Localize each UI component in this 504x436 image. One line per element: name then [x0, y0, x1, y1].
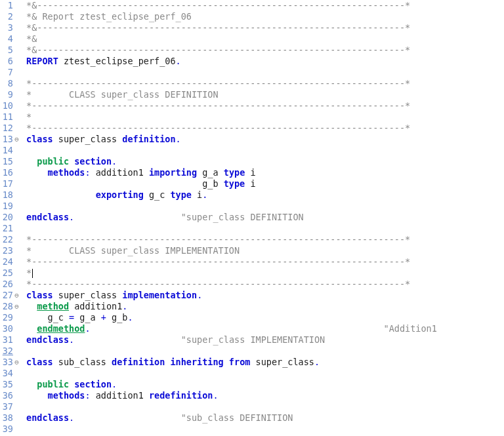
code-token: .: [176, 56, 181, 66]
line-number: 35: [0, 379, 13, 390]
code-token: * CLASS super_class DEFINITION: [26, 89, 219, 100]
code-line[interactable]: method addition1.: [22, 301, 504, 312]
code-token: "sub_class DEFINITION: [181, 412, 293, 423]
code-line[interactable]: *---------------------------------------…: [22, 234, 504, 245]
code-line[interactable]: *& Report ztest_eclipse_perf_06: [22, 11, 504, 22]
gutter-row: 9: [0, 89, 21, 100]
code-line[interactable]: public section.: [22, 156, 504, 167]
code-token: [26, 178, 202, 189]
code-token: +: [101, 312, 112, 323]
code-line[interactable]: [22, 67, 504, 78]
code-line[interactable]: *---------------------------------------…: [22, 123, 504, 134]
code-area[interactable]: *&--------------------------------------…: [22, 0, 504, 435]
gutter-row: 21: [0, 223, 21, 234]
code-token: *: [26, 111, 32, 122]
line-number: 9: [0, 89, 13, 100]
gutter-row: 13⊖: [0, 134, 21, 145]
code-token: methods: [48, 167, 85, 178]
code-token: type: [224, 167, 251, 178]
gutter-row: 3: [0, 22, 21, 33]
gutter-row: 32: [0, 346, 21, 357]
code-line[interactable]: *---------------------------------------…: [22, 78, 504, 89]
gutter-row: 4: [0, 33, 21, 45]
text-cursor: [32, 269, 33, 278]
code-line[interactable]: *&: [22, 33, 504, 45]
code-line[interactable]: g_b type i: [22, 178, 504, 189]
code-token: addition1: [96, 390, 149, 401]
code-line[interactable]: [22, 368, 504, 379]
code-line[interactable]: [22, 201, 504, 212]
fold-toggle-icon[interactable]: ⊖: [13, 359, 20, 366]
code-token: * CLASS super_class IMPLEMENTATION: [26, 245, 240, 256]
gutter-row: 7: [0, 67, 21, 78]
code-token: *&--------------------------------------…: [26, 22, 410, 33]
code-line[interactable]: endclass. "super_class DEFINITION: [22, 212, 504, 223]
code-token: super_class: [58, 290, 123, 300]
code-line[interactable]: *---------------------------------------…: [22, 279, 504, 290]
code-line[interactable]: public section.: [22, 379, 504, 390]
code-token: type: [224, 178, 251, 189]
code-line[interactable]: [22, 145, 504, 156]
code-token: "Addition1: [384, 323, 437, 334]
code-line[interactable]: *: [22, 268, 504, 279]
code-token: REPORT: [26, 56, 64, 66]
line-number: 1: [0, 0, 13, 11]
gutter-row: 27⊖: [0, 290, 21, 301]
code-token: exporting: [96, 189, 149, 200]
code-token: class: [26, 357, 58, 367]
code-line[interactable]: [22, 346, 504, 357]
code-line[interactable]: class sub_class definition inheriting fr…: [22, 357, 504, 368]
code-token: *: [26, 268, 32, 278]
code-token: .: [112, 379, 117, 389]
code-line[interactable]: [22, 424, 504, 435]
fold-toggle-icon[interactable]: ⊖: [13, 136, 20, 143]
code-line[interactable]: * CLASS super_class IMPLEMENTATION: [22, 245, 504, 256]
code-line[interactable]: *&--------------------------------------…: [22, 45, 504, 56]
gutter-row: 39: [0, 424, 21, 435]
gutter-row: 10: [0, 100, 21, 111]
code-line[interactable]: *---------------------------------------…: [22, 256, 504, 268]
code-token: [69, 301, 74, 311]
code-editor[interactable]: 12345678910111213⊖1415161718192021222324…: [0, 0, 504, 435]
code-line[interactable]: *&--------------------------------------…: [22, 22, 504, 33]
code-token: "super_class IMPLEMENTATION: [181, 334, 325, 345]
code-line[interactable]: * CLASS super_class DEFINITION: [22, 89, 504, 100]
code-line[interactable]: endmethod. "Addition1: [22, 323, 504, 334]
line-number: 12: [0, 123, 13, 134]
line-number: 34: [0, 368, 13, 379]
code-line[interactable]: [22, 223, 504, 234]
code-line[interactable]: endclass. "super_class IMPLEMENTATION: [22, 334, 504, 346]
code-line[interactable]: exporting g_c type i.: [22, 189, 504, 201]
code-line[interactable]: methods: addition1 importing g_a type i: [22, 167, 504, 178]
line-number: 39: [0, 424, 13, 435]
line-number: 6: [0, 56, 13, 67]
line-number: 23: [0, 245, 13, 256]
code-line[interactable]: class super_class implementation.: [22, 290, 504, 301]
code-token: [26, 189, 96, 200]
fold-toggle-icon[interactable]: ⊖: [13, 292, 20, 299]
code-line[interactable]: *&--------------------------------------…: [22, 0, 504, 11]
gutter-row: 38: [0, 412, 21, 424]
code-line[interactable]: class super_class definition.: [22, 134, 504, 145]
code-line[interactable]: endclass. "sub_class DEFINITION: [22, 412, 504, 424]
code-token: [74, 212, 181, 222]
line-number: 10: [0, 100, 13, 111]
fold-toggle-icon[interactable]: ⊖: [13, 303, 20, 310]
code-line[interactable]: g_c = g_a + g_b.: [22, 312, 504, 323]
code-token: super_class: [58, 134, 123, 144]
gutter-row: 15: [0, 156, 21, 167]
gutter-row: 19: [0, 201, 21, 212]
code-token: .: [314, 357, 320, 367]
code-token: section: [74, 379, 112, 389]
code-line[interactable]: *: [22, 111, 504, 123]
code-line[interactable]: *---------------------------------------…: [22, 100, 504, 111]
code-token: .: [69, 212, 74, 222]
gutter-row: 14: [0, 145, 21, 156]
code-token: g_c: [26, 312, 69, 323]
line-number: 8: [0, 78, 13, 89]
code-token: .: [176, 134, 181, 144]
code-token: [26, 156, 37, 167]
code-line[interactable]: REPORT ztest_eclipse_perf_06.: [22, 56, 504, 67]
code-line[interactable]: [22, 401, 504, 412]
code-line[interactable]: methods: addition1 redefinition.: [22, 390, 504, 401]
